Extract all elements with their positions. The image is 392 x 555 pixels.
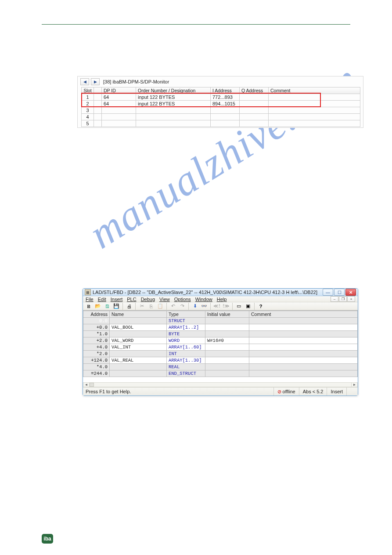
minimize-button[interactable]: — — [323, 289, 333, 296]
cell-type: INT — [167, 351, 205, 357]
mdi-minimize-button[interactable]: – — [331, 296, 338, 302]
prev-error-icon[interactable]: ≪! — [213, 302, 221, 310]
menu-help[interactable]: Help — [217, 297, 227, 302]
th-comment[interactable]: Comment — [249, 311, 358, 318]
nav-back-button[interactable]: ◀ — [80, 78, 89, 85]
offline-icon: ⊘ — [277, 389, 281, 395]
partner-icon[interactable]: 🖻 — [103, 302, 111, 310]
cell-type: ARRAY[1..60] — [167, 344, 205, 351]
toolbar-separator — [254, 303, 255, 310]
table-row[interactable]: +4.0VAL_INTARRAY[1..60] — [83, 344, 358, 351]
status-help-text: Press F1 to get Help. — [86, 389, 131, 394]
cell-type: WORD — [167, 337, 205, 344]
th-qaddr[interactable]: Q Address — [240, 87, 269, 94]
save-icon[interactable]: 💾 — [112, 302, 120, 310]
table-row[interactable]: 5 — [82, 120, 360, 127]
paste-icon[interactable]: 📋 — [156, 302, 164, 310]
table-row[interactable]: +124.0VAL_REALARRAY[1..30] — [83, 357, 358, 364]
help-icon[interactable]: ? — [257, 302, 265, 310]
cell-qaddr — [240, 120, 269, 127]
menu-plc[interactable]: PLC — [127, 297, 136, 302]
open-icon[interactable]: 📂 — [94, 302, 102, 310]
cell-address: +4.0 — [83, 344, 110, 351]
undo-icon[interactable]: ↶ — [169, 302, 177, 310]
menu-file[interactable]: File — [86, 297, 94, 302]
scroll-right-icon[interactable]: ► — [351, 383, 357, 387]
app-icon: ▦ — [85, 289, 91, 295]
status-insert: Insert — [327, 388, 346, 395]
cell-address: =244.0 — [83, 370, 110, 377]
cell-comment — [249, 357, 358, 364]
cut-icon[interactable]: ✂ — [138, 302, 146, 310]
title-bar[interactable]: ▦ LAD/STL/FBD - [DB22 -- "DB_ActiveSlave… — [83, 289, 358, 296]
table-row[interactable]: 264input 122 BYTES894...1015 — [82, 101, 360, 107]
cell-qaddr — [240, 107, 269, 114]
cell-name: VAL_REAL — [110, 357, 167, 364]
cell-name — [110, 318, 167, 324]
menu-window[interactable]: Window — [195, 297, 212, 302]
th-address[interactable]: Address — [83, 311, 110, 318]
cell-icon — [94, 94, 102, 101]
redo-icon[interactable]: ↷ — [178, 302, 186, 310]
th-type[interactable]: Type — [167, 311, 205, 318]
print-icon[interactable]: 🖨 — [125, 302, 133, 310]
cell-qaddr — [240, 94, 269, 101]
cell-order — [136, 114, 211, 120]
cell-type: ARRAY[1..30] — [167, 357, 205, 364]
copy-icon[interactable]: ⎘ — [147, 302, 155, 310]
th-order[interactable]: Order Number / Designation — [136, 87, 211, 94]
cell-initial — [205, 370, 249, 377]
cell-order: input 122 BYTES — [136, 94, 211, 101]
table-row[interactable]: +2.0VAL_WORDWORDW#16#0 — [83, 337, 358, 344]
menu-insert[interactable]: Insert — [111, 297, 123, 302]
horizontal-scrollbar[interactable]: ◄ ► — [83, 382, 358, 387]
mdi-close-button[interactable]: × — [347, 296, 355, 302]
table-row[interactable]: *1.0BYTE — [83, 331, 358, 337]
cell-slot: 4 — [82, 114, 94, 120]
table-row[interactable]: =244.0END_STRUCT — [83, 370, 358, 377]
new-icon[interactable]: 🗎 — [85, 302, 93, 310]
th-comment[interactable]: Comment — [269, 87, 360, 94]
scroll-thumb[interactable] — [90, 383, 94, 387]
th-initial[interactable]: Initial value — [205, 311, 249, 318]
status-bar: Press F1 to get Help. ⊘ offline Abs < 5.… — [83, 387, 358, 395]
cell-dpid — [102, 114, 136, 120]
th-name[interactable]: Name — [110, 311, 167, 318]
cell-order — [136, 107, 211, 114]
menu-options[interactable]: Options — [174, 297, 191, 302]
table-row[interactable]: 3 — [82, 107, 360, 114]
close-button[interactable]: ✕ — [345, 289, 356, 296]
th-dpid[interactable]: DP ID — [102, 87, 136, 94]
table-row[interactable]: 4 — [82, 114, 360, 120]
cell-order — [136, 120, 211, 127]
mdi-restore-button[interactable]: ❐ — [339, 296, 347, 302]
scroll-left-icon[interactable]: ◄ — [83, 383, 90, 387]
th-icon[interactable] — [94, 87, 102, 94]
th-slot[interactable]: Slot — [82, 87, 94, 94]
detail-icon[interactable]: ▣ — [244, 302, 252, 310]
menu-debug[interactable]: Debug — [141, 297, 155, 302]
cell-qaddr — [240, 101, 269, 107]
cell-comment — [249, 351, 358, 357]
table-row[interactable]: *2.0INT — [83, 351, 358, 357]
table-row[interactable]: *4.0REAL — [83, 364, 358, 370]
cell-initial — [205, 344, 249, 351]
maximize-button[interactable]: ☐ — [334, 289, 345, 296]
th-iaddr[interactable]: I Address — [211, 87, 240, 94]
table-row[interactable]: 0.0STRUCT — [83, 318, 358, 324]
monitor-icon[interactable]: 👓 — [200, 302, 208, 310]
cell-iaddr — [211, 114, 240, 120]
cell-comment — [249, 344, 358, 351]
cell-icon — [94, 107, 102, 114]
menu-edit[interactable]: Edit — [98, 297, 106, 302]
next-error-icon[interactable]: !≫ — [222, 302, 230, 310]
overview-icon[interactable]: ▭ — [235, 302, 243, 310]
download-icon[interactable]: ⬇ — [191, 302, 199, 310]
cell-dpid — [102, 107, 136, 114]
table-row[interactable]: 164input 122 BYTES772...893 — [82, 94, 360, 101]
table-row[interactable]: +0.0VAL_BOOLARRAY[1..2] — [83, 324, 358, 331]
toolbar: 🗎 📂 🖻 💾 🖨 ✂ ⎘ 📋 ↶ ↷ ⬇ 👓 ≪! !≫ ▭ ▣ ? — [83, 302, 358, 310]
cell-dpid: 64 — [102, 94, 136, 101]
nav-forward-button[interactable]: ▶ — [91, 78, 100, 85]
menu-view[interactable]: View — [159, 297, 170, 302]
